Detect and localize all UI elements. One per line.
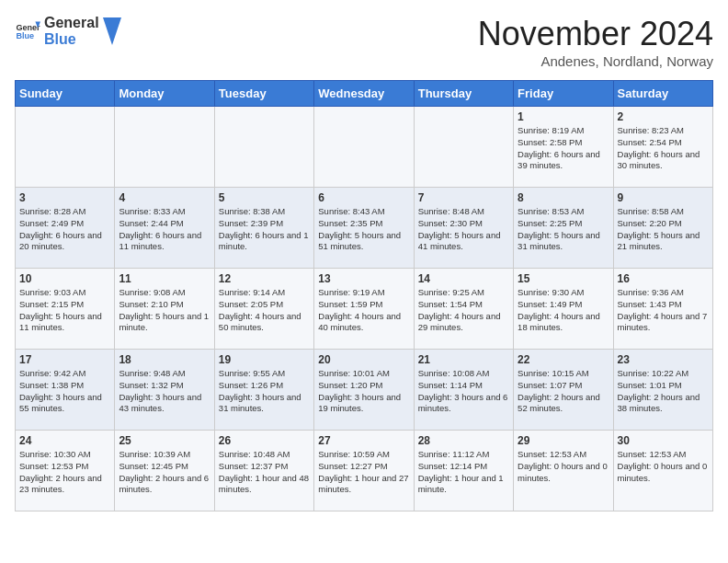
- calendar-cell: 25Sunrise: 10:39 AM Sunset: 12:45 PM Day…: [115, 431, 214, 511]
- day-number: 14: [418, 272, 509, 285]
- calendar-cell: 19Sunrise: 9:55 AM Sunset: 1:26 PM Dayli…: [214, 350, 313, 431]
- calendar-cell: 11Sunrise: 9:08 AM Sunset: 2:10 PM Dayli…: [115, 269, 214, 350]
- day-number: 19: [219, 353, 310, 366]
- day-info: Sunrise: 9:19 AM Sunset: 1:59 PM Dayligh…: [318, 287, 409, 334]
- day-number: 17: [19, 353, 110, 366]
- calendar-cell: 3Sunrise: 8:28 AM Sunset: 2:49 PM Daylig…: [16, 188, 115, 269]
- logo-triangle-icon: [103, 17, 121, 45]
- calendar-subtitle: Andenes, Nordland, Norway: [478, 53, 713, 69]
- day-info: Sunrise: 9:08 AM Sunset: 2:10 PM Dayligh…: [119, 287, 210, 334]
- calendar-cell: 22Sunrise: 10:15 AM Sunset: 1:07 PM Dayl…: [514, 350, 613, 431]
- calendar-week-5: 24Sunrise: 10:30 AM Sunset: 12:53 PM Day…: [16, 431, 713, 511]
- header-saturday: Saturday: [613, 81, 712, 107]
- day-info: Sunrise: 9:48 AM Sunset: 1:32 PM Dayligh…: [119, 368, 210, 415]
- day-info: Sunrise: 10:08 AM Sunset: 1:14 PM Daylig…: [418, 368, 509, 415]
- day-number: 1: [518, 110, 609, 123]
- day-info: Sunrise: 8:19 AM Sunset: 2:58 PM Dayligh…: [518, 125, 609, 172]
- day-info: Sunrise: 11:12 AM Sunset: 12:14 PM Dayli…: [418, 449, 509, 496]
- logo: General Blue General Blue: [15, 15, 121, 47]
- day-number: 25: [119, 434, 210, 447]
- calendar-cell: 23Sunrise: 10:22 AM Sunset: 1:01 PM Dayl…: [613, 350, 712, 431]
- day-info: Sunrise: 10:48 AM Sunset: 12:37 PM Dayli…: [219, 449, 310, 496]
- calendar-cell: 7Sunrise: 8:48 AM Sunset: 2:30 PM Daylig…: [414, 188, 513, 269]
- calendar-cell: 27Sunrise: 10:59 AM Sunset: 12:27 PM Day…: [314, 431, 414, 511]
- day-number: 16: [618, 272, 709, 285]
- day-info: Sunrise: 10:22 AM Sunset: 1:01 PM Daylig…: [618, 368, 709, 415]
- day-info: Sunrise: 10:15 AM Sunset: 1:07 PM Daylig…: [518, 368, 609, 415]
- calendar-cell: 10Sunrise: 9:03 AM Sunset: 2:15 PM Dayli…: [16, 269, 115, 350]
- day-number: 3: [19, 191, 110, 204]
- calendar-cell: 6Sunrise: 8:43 AM Sunset: 2:35 PM Daylig…: [314, 188, 414, 269]
- day-info: Sunrise: 8:33 AM Sunset: 2:44 PM Dayligh…: [119, 206, 210, 253]
- day-info: Sunrise: 8:43 AM Sunset: 2:35 PM Dayligh…: [318, 206, 409, 253]
- day-info: Sunrise: 8:28 AM Sunset: 2:49 PM Dayligh…: [19, 206, 110, 253]
- day-number: 9: [618, 191, 709, 204]
- day-number: 8: [518, 191, 609, 204]
- calendar-cell: 26Sunrise: 10:48 AM Sunset: 12:37 PM Day…: [214, 431, 313, 511]
- day-info: Sunrise: 9:14 AM Sunset: 2:05 PM Dayligh…: [219, 287, 310, 334]
- svg-text:Blue: Blue: [16, 31, 34, 40]
- day-number: 26: [219, 434, 310, 447]
- calendar-cell: 30Sunset: 12:53 AM Daylight: 0 hours and…: [613, 431, 712, 511]
- day-info: Sunrise: 10:30 AM Sunset: 12:53 PM Dayli…: [19, 449, 110, 496]
- day-number: 23: [618, 353, 709, 366]
- day-info: Sunset: 12:53 AM Daylight: 0 hours and 0…: [618, 449, 709, 484]
- day-info: Sunrise: 9:25 AM Sunset: 1:54 PM Dayligh…: [418, 287, 509, 334]
- header-friday: Friday: [514, 81, 613, 107]
- day-info: Sunrise: 9:36 AM Sunset: 1:43 PM Dayligh…: [618, 287, 709, 334]
- day-info: Sunrise: 10:01 AM Sunset: 1:20 PM Daylig…: [318, 368, 409, 415]
- day-info: Sunrise: 9:55 AM Sunset: 1:26 PM Dayligh…: [219, 368, 310, 415]
- calendar-cell: 21Sunrise: 10:08 AM Sunset: 1:14 PM Dayl…: [414, 350, 513, 431]
- day-info: Sunset: 12:53 AM Daylight: 0 hours and 0…: [518, 449, 609, 484]
- calendar-cell: 17Sunrise: 9:42 AM Sunset: 1:38 PM Dayli…: [16, 350, 115, 431]
- header: General Blue General Blue November 2024 …: [15, 15, 713, 69]
- day-info: Sunrise: 8:23 AM Sunset: 2:54 PM Dayligh…: [618, 125, 709, 172]
- day-info: Sunrise: 9:03 AM Sunset: 2:15 PM Dayligh…: [19, 287, 110, 334]
- calendar-week-4: 17Sunrise: 9:42 AM Sunset: 1:38 PM Dayli…: [16, 350, 713, 431]
- day-number: 20: [318, 353, 409, 366]
- calendar-cell: 16Sunrise: 9:36 AM Sunset: 1:43 PM Dayli…: [613, 269, 712, 350]
- calendar-week-3: 10Sunrise: 9:03 AM Sunset: 2:15 PM Dayli…: [16, 269, 713, 350]
- calendar-cell: 28Sunrise: 11:12 AM Sunset: 12:14 PM Day…: [414, 431, 513, 511]
- calendar-cell: 24Sunrise: 10:30 AM Sunset: 12:53 PM Day…: [16, 431, 115, 511]
- calendar-cell: 5Sunrise: 8:38 AM Sunset: 2:39 PM Daylig…: [214, 188, 313, 269]
- day-number: 24: [19, 434, 110, 447]
- day-number: 22: [518, 353, 609, 366]
- header-wednesday: Wednesday: [314, 81, 414, 107]
- day-number: 21: [418, 353, 509, 366]
- day-info: Sunrise: 8:53 AM Sunset: 2:25 PM Dayligh…: [518, 206, 609, 253]
- calendar-cell: [214, 107, 313, 188]
- logo-icon: General Blue: [15, 18, 40, 44]
- day-info: Sunrise: 8:38 AM Sunset: 2:39 PM Dayligh…: [219, 206, 310, 253]
- day-number: 12: [219, 272, 310, 285]
- logo-general: General: [44, 15, 99, 31]
- day-info: Sunrise: 9:30 AM Sunset: 1:49 PM Dayligh…: [518, 287, 609, 334]
- svg-marker-3: [103, 17, 121, 45]
- calendar-cell: 12Sunrise: 9:14 AM Sunset: 2:05 PM Dayli…: [214, 269, 313, 350]
- day-number: 4: [119, 191, 210, 204]
- calendar-title: November 2024: [478, 15, 713, 53]
- calendar-cell: 2Sunrise: 8:23 AM Sunset: 2:54 PM Daylig…: [613, 107, 712, 188]
- calendar-cell: 29Sunset: 12:53 AM Daylight: 0 hours and…: [514, 431, 613, 511]
- calendar-week-2: 3Sunrise: 8:28 AM Sunset: 2:49 PM Daylig…: [16, 188, 713, 269]
- calendar-cell: 9Sunrise: 8:58 AM Sunset: 2:20 PM Daylig…: [613, 188, 712, 269]
- calendar-week-1: 1Sunrise: 8:19 AM Sunset: 2:58 PM Daylig…: [16, 107, 713, 188]
- day-number: 10: [19, 272, 110, 285]
- calendar-cell: 13Sunrise: 9:19 AM Sunset: 1:59 PM Dayli…: [314, 269, 414, 350]
- day-info: Sunrise: 8:48 AM Sunset: 2:30 PM Dayligh…: [418, 206, 509, 253]
- calendar-cell: 20Sunrise: 10:01 AM Sunset: 1:20 PM Dayl…: [314, 350, 414, 431]
- calendar-cell: [414, 107, 513, 188]
- day-info: Sunrise: 10:39 AM Sunset: 12:45 PM Dayli…: [119, 449, 210, 496]
- day-info: Sunrise: 10:59 AM Sunset: 12:27 PM Dayli…: [318, 449, 409, 496]
- day-number: 18: [119, 353, 210, 366]
- day-number: 6: [318, 191, 409, 204]
- day-number: 7: [418, 191, 509, 204]
- calendar-cell: 8Sunrise: 8:53 AM Sunset: 2:25 PM Daylig…: [514, 188, 613, 269]
- day-info: Sunrise: 8:58 AM Sunset: 2:20 PM Dayligh…: [618, 206, 709, 253]
- calendar-cell: 15Sunrise: 9:30 AM Sunset: 1:49 PM Dayli…: [514, 269, 613, 350]
- calendar-cell: 1Sunrise: 8:19 AM Sunset: 2:58 PM Daylig…: [514, 107, 613, 188]
- title-area: November 2024 Andenes, Nordland, Norway: [478, 15, 713, 69]
- header-monday: Monday: [115, 81, 214, 107]
- calendar-header-row: SundayMondayTuesdayWednesdayThursdayFrid…: [16, 81, 713, 107]
- day-number: 11: [119, 272, 210, 285]
